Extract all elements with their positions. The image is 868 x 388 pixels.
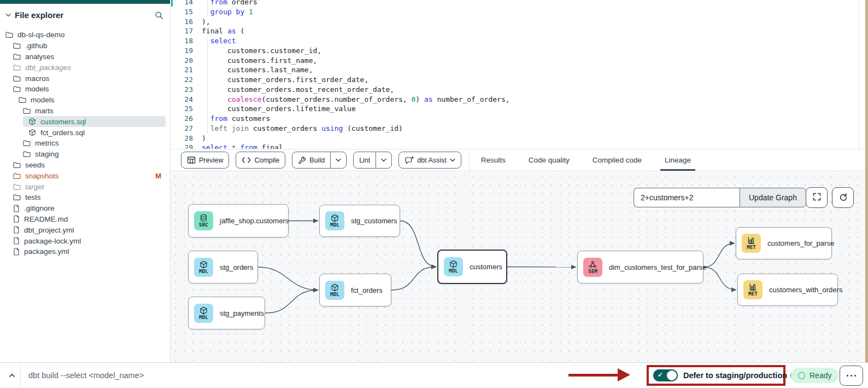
indent-guide	[207, 114, 208, 124]
button-label: Lint	[359, 157, 370, 164]
sem-chip: SEM	[583, 258, 602, 277]
refresh-icon	[838, 192, 848, 204]
build-button[interactable]: Build	[292, 152, 347, 169]
node-type-label: MDL	[199, 315, 208, 320]
lineage-node-jaffle_shop.customers[interactable]: SRCjaffle_shop.customers	[188, 204, 289, 238]
lint-dropdown-button[interactable]	[376, 152, 391, 168]
code-line-20: 20 customers.first_name,	[171, 56, 865, 66]
node-label: dim_customers_test_for_parse	[609, 263, 706, 271]
tree-item-metrics[interactable]: metrics	[0, 138, 170, 149]
tree-item-macros[interactable]: macros	[0, 73, 170, 84]
tree-item-label: db-sl-qs-demo	[17, 31, 64, 39]
tree-item-marts[interactable]: marts	[0, 106, 170, 117]
mdl-chip: MDL	[325, 211, 344, 230]
tab-code-quality[interactable]: Code quality	[517, 149, 581, 171]
semantic-icon	[589, 260, 597, 269]
tree-item-db-sl-qs-demo[interactable]: db-sl-qs-demo	[0, 30, 170, 40]
tree-item-package-lock-yml[interactable]: package-lock.yml	[0, 235, 170, 246]
tree-item-fct-orders-sql[interactable]: fct_orders.sql	[0, 127, 170, 138]
tab-label: Lineage	[665, 156, 691, 164]
defer-toggle[interactable]: ✓	[653, 369, 678, 381]
explorer-header: File explorer	[0, 4, 170, 22]
tree-item-label: marts	[35, 107, 54, 115]
lineage-node-stg_customers[interactable]: MDLstg_customers	[319, 205, 400, 237]
compile-button[interactable]: Compile	[236, 152, 285, 169]
code-line-27: 27 left join customer_orders using (cust…	[171, 124, 865, 134]
tree-item-label: README.md	[24, 215, 68, 223]
command-input[interactable]	[21, 363, 546, 388]
screenshot-edge-strip	[865, 0, 868, 388]
preview-button[interactable]: Preview	[181, 152, 229, 169]
lineage-node-fct_orders[interactable]: MDLfct_orders	[319, 274, 391, 306]
chevron-up-icon[interactable]	[4, 363, 20, 388]
code-text: customer_orders.most_recent_order_date,	[202, 85, 394, 95]
node-label: customers_for_parse	[767, 239, 834, 247]
code-editor[interactable]: 14 from orders15 group by 116),17final a…	[171, 0, 865, 149]
file-icon	[13, 248, 20, 256]
line-number: 27	[171, 124, 193, 134]
tree-item-customers-sql[interactable]: customers.sql	[0, 116, 170, 127]
code-text: from orders	[202, 0, 257, 7]
folder-icon	[13, 42, 21, 49]
fullscreen-button[interactable]	[806, 187, 828, 208]
code-text: group by 1	[202, 7, 253, 17]
file-icon	[13, 226, 20, 234]
code-lines: 14 from orders15 group by 116),17final a…	[171, 0, 865, 149]
lineage-node-stg_orders[interactable]: MDLstg_orders	[188, 251, 258, 283]
lineage-node-customers_for_parse[interactable]: METcustomers_for_parse	[736, 227, 832, 259]
folder-icon	[23, 140, 31, 147]
tree-item-label: package-lock.yml	[24, 237, 81, 245]
indent-guide	[207, 65, 208, 75]
more-options-button[interactable]	[840, 366, 863, 386]
indent-guide	[207, 95, 208, 105]
tree-item-tests[interactable]: tests	[0, 192, 170, 203]
search-icon[interactable]	[155, 11, 163, 20]
lineage-node-customers_with_orders[interactable]: METcustomers_with_orders	[737, 274, 838, 306]
lineage-node-stg_payments[interactable]: MDLstg_payments	[188, 297, 265, 329]
tree-item--gitignore[interactable]: .gitignore	[0, 203, 170, 214]
tree-item-dbt-project-yml[interactable]: dbt_project.yml	[0, 224, 170, 235]
tree-item-models[interactable]: models	[0, 95, 170, 106]
update-graph-button[interactable]: Update Graph	[740, 188, 806, 207]
lineage-node-customers[interactable]: MDLcustomers	[437, 250, 507, 284]
tab-compiled-code[interactable]: Compiled code	[581, 149, 653, 171]
tree-item-label: tests	[25, 193, 41, 201]
tree-item-packages-yml[interactable]: packages.yml	[0, 246, 170, 257]
tree-item-readme-md[interactable]: README.md	[0, 214, 170, 225]
database-icon	[200, 214, 208, 222]
metric-icon	[747, 236, 755, 245]
tab-results[interactable]: Results	[470, 149, 517, 171]
tree-item-staging[interactable]: staging	[0, 149, 170, 160]
tree-item-seeds[interactable]: seeds	[0, 160, 170, 171]
code-line-28: 28)	[171, 134, 865, 143]
node-label: jaffle_shop.customers	[220, 217, 289, 225]
lineage-panel[interactable]: Update Graph SRCjaffle_shop.customersMDL…	[171, 172, 865, 362]
tree-item-snapshots[interactable]: snapshotsM	[0, 170, 170, 181]
lint-button[interactable]: Lint	[353, 152, 392, 169]
tree-item-target[interactable]: target	[0, 181, 170, 192]
lineage-filter-input[interactable]	[634, 188, 740, 207]
file-explorer-sidebar: File explorer db-sl-qs-demo.githubanalys…	[0, 0, 171, 362]
mdl-chip: MDL	[325, 281, 344, 300]
indent-guide	[207, 36, 208, 46]
mdl-chip: MDL	[444, 257, 463, 276]
build-dropdown-button[interactable]	[330, 152, 346, 168]
chevron-down-icon[interactable]	[5, 13, 11, 17]
tree-item-analyses[interactable]: analyses	[0, 51, 170, 62]
tab-lineage[interactable]: Lineage	[653, 149, 702, 171]
code-line-23: 23 customer_orders.most_recent_order_dat…	[171, 85, 865, 95]
tree-item-models[interactable]: models	[0, 84, 170, 95]
tree-item--github[interactable]: .github	[0, 40, 170, 51]
lineage-node-dim_customers_test_for_parse[interactable]: SEMdim_customers_test_for_parse	[577, 251, 703, 283]
code-text: from customers	[202, 114, 270, 124]
dbt-assist-button[interactable]: dbt Assist	[398, 152, 461, 169]
tree-item-label: customers.sql	[40, 118, 86, 126]
tree-item-dbt-packages[interactable]: dbt_packages	[0, 62, 170, 73]
refresh-button[interactable]	[832, 187, 854, 208]
editor-scrollbar-track[interactable]	[859, 0, 859, 149]
button-label: Preview	[199, 157, 223, 164]
edge-customers-to-dim_customers_test_for_parse	[507, 267, 576, 268]
edge-fct_orders-to-customers	[391, 267, 436, 291]
node-type-label: MDL	[449, 268, 458, 274]
folder-icon	[19, 96, 26, 103]
